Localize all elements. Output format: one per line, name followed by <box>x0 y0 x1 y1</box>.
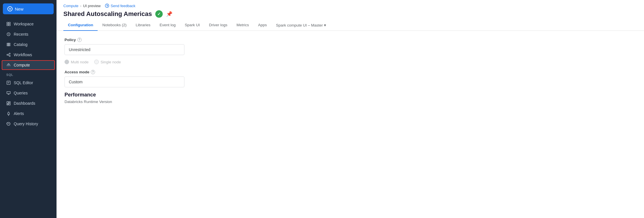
single-node-option[interactable]: Single node <box>94 60 121 64</box>
policy-label: Policy ? <box>65 38 636 42</box>
alerts-icon <box>6 111 11 116</box>
plus-icon: + <box>7 6 13 11</box>
svg-line-8 <box>8 54 9 54</box>
svg-point-5 <box>7 54 8 55</box>
page-header: Shared Autoscaling Americas ✓ 📌 <box>57 9 644 20</box>
compute-label: Compute <box>14 63 30 67</box>
queries-icon <box>6 91 11 95</box>
policy-value: Unrestricted <box>65 44 184 55</box>
main-content: Compute › UI preview Send feedback Share… <box>57 0 644 218</box>
feedback-label: Send feedback <box>111 4 136 8</box>
svg-rect-2 <box>7 24 8 26</box>
tab-metrics[interactable]: Metrics <box>232 20 253 31</box>
svg-line-9 <box>8 55 9 56</box>
policy-help-icon[interactable]: ? <box>77 38 82 42</box>
tab-event-log[interactable]: Event log <box>155 20 180 31</box>
sidebar-item-recents[interactable]: Recents <box>2 29 55 39</box>
sidebar-item-query-history[interactable]: Query History <box>2 119 55 129</box>
svg-rect-19 <box>7 104 8 105</box>
node-type-radio-group: Multi node Single node <box>65 60 636 64</box>
svg-rect-1 <box>9 22 10 24</box>
single-node-label: Single node <box>100 60 121 64</box>
tab-spark-compute-ui[interactable]: Spark compute UI – Master ▾ <box>271 20 331 31</box>
svg-rect-11 <box>7 81 10 84</box>
breadcrumb-current: UI preview <box>83 4 100 8</box>
tab-configuration[interactable]: Configuration <box>63 20 98 31</box>
breadcrumb-compute-link[interactable]: Compute <box>63 4 79 8</box>
svg-rect-16 <box>7 102 8 104</box>
sql-editor-icon <box>6 80 11 85</box>
query-history-label: Query History <box>14 122 38 126</box>
single-node-radio[interactable] <box>94 60 99 64</box>
tab-notebooks[interactable]: Notebooks (2) <box>98 20 131 31</box>
access-mode-label-text: Access mode <box>65 70 89 74</box>
breadcrumb: Compute › UI preview Send feedback <box>57 0 644 9</box>
sql-section-label: SQL <box>0 70 57 78</box>
queries-label: Queries <box>14 91 28 95</box>
runtime-label: Databricks Runtime Version <box>65 100 636 104</box>
sidebar-item-sql-editor[interactable]: SQL Editor <box>2 78 55 88</box>
workspace-icon <box>6 22 11 26</box>
recents-label: Recents <box>14 32 28 37</box>
sidebar-item-queries[interactable]: Queries <box>2 88 55 98</box>
alerts-label: Alerts <box>14 111 24 116</box>
tab-spark-ui[interactable]: Spark UI <box>180 20 204 31</box>
sidebar-item-workflows[interactable]: Workflows <box>2 50 55 60</box>
svg-point-6 <box>9 53 10 54</box>
tab-apps[interactable]: Apps <box>253 20 271 31</box>
breadcrumb-separator: › <box>80 4 81 8</box>
multi-node-label: Multi node <box>71 60 88 64</box>
svg-rect-3 <box>9 24 10 26</box>
query-history-icon <box>6 122 11 126</box>
recents-icon <box>6 32 11 37</box>
multi-node-radio[interactable] <box>65 60 69 64</box>
page-title: Shared Autoscaling Americas <box>63 10 152 18</box>
policy-label-text: Policy <box>65 38 76 42</box>
compute-icon <box>6 63 11 67</box>
status-check-icon: ✓ <box>155 10 163 18</box>
svg-point-7 <box>9 55 10 56</box>
send-feedback-button[interactable]: Send feedback <box>105 3 136 8</box>
new-button[interactable]: + New <box>3 3 54 14</box>
sidebar-item-workspace[interactable]: Workspace <box>2 19 55 29</box>
sidebar-item-alerts[interactable]: Alerts <box>2 109 55 118</box>
access-mode-help-icon[interactable]: ? <box>91 70 95 74</box>
dashboards-icon <box>6 101 11 106</box>
sidebar-nav: Workspace Recents Catalog <box>0 18 57 218</box>
access-mode-label: Access mode ? <box>65 70 636 74</box>
dashboards-label: Dashboards <box>14 101 35 106</box>
pin-icon[interactable]: 📌 <box>166 11 172 17</box>
catalog-icon <box>6 42 11 47</box>
svg-point-24 <box>107 7 107 7</box>
svg-point-21 <box>8 115 9 116</box>
svg-rect-0 <box>7 22 8 24</box>
multi-node-option[interactable]: Multi node <box>65 60 88 64</box>
sql-editor-label: SQL Editor <box>14 80 33 85</box>
performance-title: Performance <box>65 92 636 98</box>
svg-rect-17 <box>9 102 10 103</box>
configuration-content: Policy ? Unrestricted Multi node Single … <box>57 31 644 218</box>
sidebar: + New Workspace Recents <box>0 0 57 218</box>
sidebar-item-compute[interactable]: Compute <box>2 60 55 70</box>
workspace-label: Workspace <box>14 22 34 26</box>
catalog-label: Catalog <box>14 42 27 47</box>
sidebar-item-catalog[interactable]: Catalog <box>2 40 55 49</box>
access-mode-value: Custom <box>65 76 184 87</box>
tabs-bar: Configuration Notebooks (2) Libraries Ev… <box>57 20 644 31</box>
workflows-icon <box>6 53 11 57</box>
tab-libraries[interactable]: Libraries <box>131 20 155 31</box>
tab-driver-logs[interactable]: Driver logs <box>204 20 232 31</box>
new-button-label: New <box>15 7 23 11</box>
sidebar-item-dashboards[interactable]: Dashboards <box>2 98 55 108</box>
workflows-label: Workflows <box>14 53 32 57</box>
feedback-icon <box>105 3 109 8</box>
svg-rect-18 <box>9 103 10 105</box>
